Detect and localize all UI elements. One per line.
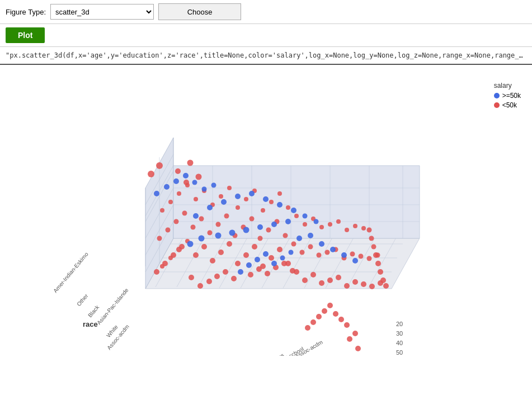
svg-point-108 — [286, 205, 290, 210]
svg-point-180 — [314, 219, 319, 224]
svg-point-97 — [194, 197, 198, 201]
svg-point-150 — [327, 303, 333, 308]
svg-point-181 — [154, 191, 159, 196]
svg-point-84 — [308, 244, 313, 250]
svg-point-164 — [285, 219, 291, 224]
svg-point-119 — [197, 283, 203, 289]
figure-type-label: Figure Type: — [6, 8, 46, 16]
svg-point-115 — [345, 228, 349, 232]
svg-point-107 — [277, 191, 282, 196]
svg-point-66 — [157, 236, 162, 241]
svg-point-152 — [338, 317, 344, 322]
svg-point-166 — [308, 233, 313, 238]
svg-point-185 — [192, 180, 197, 185]
svg-point-59 — [327, 277, 333, 283]
svg-point-138 — [378, 269, 383, 275]
svg-point-176 — [263, 196, 269, 202]
svg-point-131 — [156, 162, 163, 169]
legend-item-high: >=50k — [494, 92, 521, 100]
legend-title: salary — [494, 82, 521, 90]
svg-point-58 — [319, 280, 324, 286]
svg-point-60 — [336, 275, 341, 280]
svg-point-83 — [300, 250, 305, 255]
code-block: "px.scatter_3d(df,x='age',y='education',… — [0, 47, 532, 65]
svg-point-50 — [252, 244, 257, 250]
svg-point-120 — [206, 279, 212, 284]
svg-point-171 — [193, 213, 199, 219]
svg-point-192 — [271, 261, 277, 266]
svg-point-193 — [280, 256, 285, 261]
svg-text:40: 40 — [396, 340, 403, 346]
svg-point-147 — [310, 319, 316, 325]
toolbar: Figure Type: scatter_3dscatterlinebarhis… — [0, 0, 532, 24]
svg-point-85 — [317, 253, 322, 258]
svg-point-172 — [207, 205, 213, 210]
svg-point-71 — [199, 217, 204, 222]
svg-point-129 — [290, 268, 295, 274]
svg-point-168 — [330, 247, 336, 252]
svg-point-72 — [208, 230, 213, 236]
svg-point-175 — [249, 191, 255, 196]
svg-point-191 — [263, 251, 269, 257]
svg-point-187 — [211, 183, 216, 188]
svg-point-143 — [367, 228, 372, 233]
svg-point-91 — [367, 256, 372, 261]
svg-point-48 — [235, 261, 241, 266]
svg-point-149 — [322, 308, 327, 314]
svg-point-153 — [344, 322, 350, 328]
svg-point-105 — [261, 208, 265, 213]
svg-point-47 — [227, 241, 232, 247]
svg-point-132 — [187, 160, 194, 166]
svg-text:Bachelors: Bachelors — [261, 352, 285, 356]
plot-button[interactable]: Plot — [6, 27, 45, 43]
svg-point-64 — [369, 284, 375, 289]
svg-point-161 — [243, 227, 249, 233]
choose-button[interactable]: Choose — [158, 3, 241, 20]
svg-point-189 — [246, 262, 252, 268]
svg-point-162 — [257, 224, 263, 230]
svg-point-142 — [369, 236, 374, 241]
svg-point-110 — [303, 222, 307, 227]
svg-point-156 — [355, 346, 361, 351]
chart-legend: salary >=50k <50k — [494, 82, 521, 111]
legend-item-low: <50k — [494, 101, 521, 109]
svg-point-163 — [271, 222, 277, 227]
svg-text:30: 30 — [396, 330, 403, 337]
svg-point-102 — [236, 205, 240, 210]
svg-point-101 — [227, 186, 232, 190]
svg-point-70 — [191, 225, 196, 230]
svg-point-63 — [361, 281, 366, 287]
svg-point-140 — [373, 252, 379, 258]
svg-point-117 — [361, 226, 366, 230]
svg-point-73 — [216, 222, 221, 227]
svg-point-56 — [302, 277, 308, 283]
legend-dot-low — [494, 102, 500, 108]
figure-type-select[interactable]: scatter_3dscatterlinebarhistogramboxviol… — [50, 4, 154, 20]
svg-point-159 — [215, 233, 222, 239]
svg-text:Amer-Indian-Eskimo: Amer-Indian-Eskimo — [52, 251, 90, 294]
svg-point-188 — [238, 269, 243, 275]
chart-area: 20 30 40 50 60 70 80 90 age education 8t… — [0, 65, 532, 356]
svg-point-79 — [266, 228, 271, 233]
svg-point-112 — [319, 225, 324, 229]
svg-point-77 — [249, 217, 255, 222]
svg-point-113 — [328, 222, 332, 227]
svg-point-167 — [319, 241, 324, 247]
svg-point-89 — [350, 252, 355, 257]
svg-point-67 — [166, 228, 171, 233]
svg-point-62 — [352, 279, 358, 285]
svg-point-169 — [341, 252, 347, 258]
svg-point-41 — [176, 247, 182, 252]
svg-point-194 — [289, 250, 294, 255]
svg-text:Other: Other — [76, 293, 90, 308]
svg-point-139 — [375, 261, 381, 266]
svg-point-190 — [255, 257, 260, 262]
svg-point-90 — [359, 254, 364, 259]
svg-point-124 — [248, 272, 253, 277]
svg-point-52 — [269, 255, 274, 261]
svg-point-186 — [202, 187, 207, 192]
svg-point-183 — [173, 178, 179, 184]
svg-text:age: age — [408, 355, 421, 356]
svg-point-57 — [310, 272, 316, 277]
svg-point-125 — [256, 266, 262, 272]
